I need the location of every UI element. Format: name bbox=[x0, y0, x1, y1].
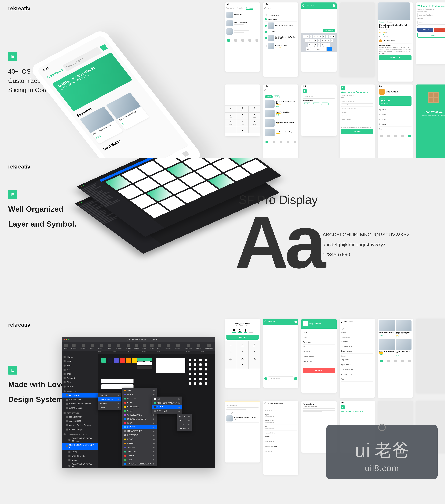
payment-option[interactable]: VisaCard Number: 0045 bbox=[265, 424, 297, 431]
layer-item[interactable]: COMPONENT / STATUS / L... bbox=[62, 443, 98, 450]
menu-item[interactable]: CHAT▶ bbox=[122, 409, 157, 413]
menu-item[interactable]: REGULAR▶ bbox=[152, 409, 182, 413]
key[interactable]: I bbox=[326, 35, 328, 38]
menu-item[interactable]: UNDER▶ bbox=[177, 427, 192, 431]
close-dot-icon[interactable] bbox=[64, 339, 65, 340]
menu-item[interactable]: RADIO▶ bbox=[122, 441, 157, 446]
attach-icon[interactable] bbox=[264, 377, 267, 380]
key[interactable]: U bbox=[322, 35, 325, 38]
menu-item[interactable]: TABS▶ bbox=[122, 458, 157, 462]
menu-item[interactable]: LOGO▶ bbox=[122, 437, 157, 441]
tab[interactable]: Delivering bbox=[237, 7, 243, 10]
numpad-key[interactable]: 0 bbox=[237, 126, 248, 133]
menu-item[interactable]: AVA▶ bbox=[122, 388, 157, 393]
buy-button[interactable]: DIRECT BUY bbox=[379, 55, 411, 60]
menu-item[interactable]: TABLE▶ bbox=[122, 454, 157, 458]
layer-item[interactable]: iOS UI Design bbox=[62, 406, 98, 410]
otp-digit[interactable] bbox=[249, 329, 253, 333]
key[interactable]: B bbox=[321, 43, 324, 47]
password-field[interactable]: •••••••• bbox=[341, 114, 373, 118]
email-field[interactable]: nameuser@mail.com bbox=[341, 106, 373, 111]
insert-menu[interactable]: COLOR▶COMPONENT▶SHAPE▶TYPE▶ bbox=[98, 393, 121, 410]
swatch[interactable] bbox=[120, 358, 125, 363]
search-input[interactable]: Search product bbox=[303, 94, 335, 99]
settings-item[interactable]: Help Center bbox=[341, 358, 373, 362]
swatch[interactable] bbox=[108, 358, 112, 363]
menu-item[interactable]: My Points bbox=[379, 112, 411, 117]
otp-digit[interactable]: 9 bbox=[244, 329, 247, 333]
layer-item[interactable]: Group bbox=[62, 450, 98, 454]
email-field[interactable]: nameuser@mail.com bbox=[417, 13, 445, 17]
checkbox[interactable] bbox=[265, 25, 267, 27]
menu-item[interactable]: LIST VIEW▶ bbox=[122, 433, 157, 437]
payment-option[interactable]: M-Banking Transfer bbox=[265, 444, 297, 449]
menu-item[interactable]: CAROUSEL▶ bbox=[122, 405, 157, 409]
key[interactable]: Y bbox=[319, 35, 322, 38]
menu-item[interactable]: ICON▶ bbox=[122, 421, 157, 425]
topup-link[interactable]: Top Up Balance bbox=[381, 103, 410, 104]
menu-item[interactable]: LATE▶ bbox=[177, 422, 192, 427]
layer-item[interactable]: Carbon Design System bbox=[62, 402, 98, 406]
facebook-button[interactable]: FACEBOOK bbox=[417, 28, 433, 32]
login-button[interactable]: LOGIN bbox=[417, 33, 445, 37]
menu-item[interactable]: Help bbox=[379, 127, 411, 131]
numpad-key[interactable]: 7PQRS bbox=[225, 119, 237, 126]
key[interactable]: C bbox=[315, 43, 317, 47]
swatch[interactable] bbox=[132, 358, 137, 363]
key[interactable]: O bbox=[329, 35, 332, 38]
list-item[interactable]: Love Forever Decor Purple bbox=[276, 131, 297, 133]
search-chip[interactable]: Fashion bbox=[321, 103, 329, 105]
layer-item[interactable]: Apple iOS UI bbox=[62, 397, 98, 402]
seller-name[interactable]: Mikel Lokal Shop bbox=[383, 40, 395, 42]
tab-active[interactable]: Completed bbox=[246, 7, 253, 10]
state-menu[interactable]: ACTIVE▶BAD▶LATE▶UNDER▶ bbox=[177, 414, 192, 431]
numpad-key[interactable]: 6MNO bbox=[248, 348, 260, 355]
menu-item[interactable]: INI▶ bbox=[152, 397, 182, 401]
settings-item[interactable]: Security bbox=[341, 330, 373, 335]
menu-item[interactable]: TYPE▶ bbox=[98, 406, 121, 410]
numpad-key[interactable]: 8TUV bbox=[237, 355, 248, 362]
settings-item[interactable]: Terms of Service bbox=[341, 372, 373, 377]
payment-option[interactable]: Bank Transfer bbox=[265, 439, 297, 444]
checkbox[interactable] bbox=[265, 37, 267, 39]
swatch[interactable] bbox=[101, 358, 106, 363]
menu-item[interactable]: My Account bbox=[379, 122, 411, 127]
key[interactable]: S bbox=[308, 39, 311, 42]
back-icon[interactable] bbox=[264, 402, 267, 405]
menu-item[interactable]: INPUTS▶ bbox=[122, 425, 157, 429]
tool-scale[interactable]: Scale bbox=[150, 344, 154, 349]
layer-item[interactable]: Artboard bbox=[62, 376, 98, 380]
numpad-key[interactable]: 9WXYZ bbox=[248, 355, 260, 362]
swatch[interactable] bbox=[126, 358, 131, 363]
layer-item[interactable]: Mask bbox=[62, 458, 98, 462]
key[interactable]: Q bbox=[303, 35, 306, 38]
verify-button[interactable]: SIGN UP bbox=[226, 335, 259, 340]
numpad-key[interactable] bbox=[225, 362, 237, 369]
layer-item[interactable]: No Document bbox=[62, 415, 98, 419]
checkbox[interactable] bbox=[265, 18, 267, 20]
menu-item[interactable]: COMPONENT▶ bbox=[98, 397, 121, 401]
layer-item[interactable]: Hotspot bbox=[62, 384, 98, 389]
key[interactable]: J bbox=[324, 39, 327, 42]
tool-flatten[interactable]: Flatten bbox=[134, 344, 139, 349]
search-chip[interactable]: Electronic bbox=[312, 103, 320, 105]
key[interactable]: N bbox=[324, 43, 327, 47]
key[interactable]: K bbox=[327, 39, 330, 42]
drawer-item[interactable]: Chat bbox=[303, 344, 335, 349]
layer-item[interactable]: Text Styles bbox=[62, 410, 98, 415]
google-button[interactable]: GOOGLE bbox=[434, 28, 445, 32]
tool-edit[interactable]: Edit bbox=[108, 344, 111, 349]
key[interactable]: W bbox=[306, 35, 309, 38]
menu-item[interactable]: CARD▶ bbox=[122, 401, 157, 405]
tool-forward[interactable]: Forward bbox=[196, 344, 202, 349]
drawer-item[interactable]: Privacy Policy bbox=[303, 359, 335, 364]
numpad-key[interactable]: 2ABC bbox=[237, 106, 248, 112]
settings-item[interactable]: Privacy Settings bbox=[341, 344, 373, 349]
settings-item[interactable]: Community Rules bbox=[341, 367, 373, 372]
settings-item[interactable]: Notification bbox=[341, 339, 373, 344]
avatar[interactable] bbox=[295, 321, 297, 323]
layer-item[interactable]: Shape bbox=[62, 355, 98, 359]
numpad-key[interactable]: 9WXYZ bbox=[248, 119, 260, 126]
menu-item[interactable]: My Orders bbox=[379, 107, 411, 112]
menu-item[interactable]: BUTTON▶ bbox=[122, 396, 157, 401]
